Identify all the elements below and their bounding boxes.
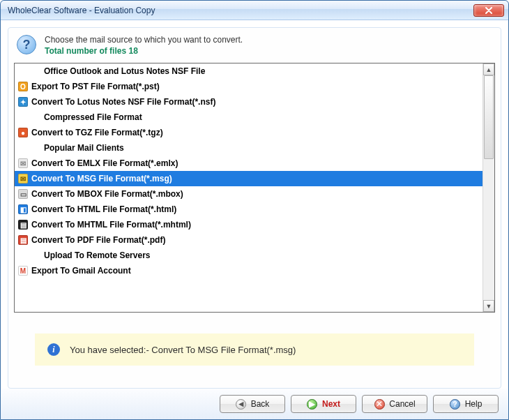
nsf-icon: ✦ <box>17 96 29 107</box>
main-panel: ? Choose the mail source to which you wa… <box>8 27 501 389</box>
back-icon: ◄ <box>236 398 247 410</box>
client-area: ? Choose the mail source to which you wa… <box>1 20 508 419</box>
next-icon: ▶ <box>307 398 318 410</box>
scroll-up-button[interactable]: ▲ <box>483 63 494 75</box>
list-heading: Office Outlook and Lotus Notes NSF File <box>15 63 483 79</box>
list-item-label: Export To Gmail Account <box>31 266 131 276</box>
help-label: Help <box>465 399 483 409</box>
html-icon: ◧ <box>17 204 29 215</box>
list-item[interactable]: ▭Convert To MBOX File Format(*.mbox) <box>15 186 483 202</box>
back-label: Back <box>251 399 270 409</box>
cancel-icon: ✕ <box>374 398 385 410</box>
list-item-label: Convert To PDF File Format(*.pdf) <box>31 235 165 245</box>
cancel-label: Cancel <box>389 399 415 409</box>
cancel-button[interactable]: ✕ Cancel <box>362 395 427 413</box>
pst-icon: O <box>17 81 29 92</box>
gmail-icon: M <box>17 265 29 276</box>
list-item-label: Convert To MBOX File Format(*.mbox) <box>31 189 183 199</box>
list-body: Office Outlook and Lotus Notes NSF FileO… <box>15 63 483 312</box>
list-item[interactable]: ●Convert to TGZ File Format(*.tgz) <box>15 125 483 140</box>
list-item-label: Export To PST File Format(*.pst) <box>31 82 160 91</box>
info-icon: i <box>47 343 60 356</box>
pdf-icon: ▤ <box>17 234 29 246</box>
list-item-label: Convert To Lotus Notes NSF File Format(*… <box>31 97 215 107</box>
close-button[interactable] <box>473 4 504 17</box>
list-item[interactable]: OExport To PST File Format(*.pst) <box>15 79 483 94</box>
footer-bar: ◄ Back ▶ Next ✕ Cancel ? Help <box>1 389 508 419</box>
list-heading: Upload To Remote Servers <box>15 248 483 263</box>
help-icon: ? <box>450 398 461 410</box>
list-item[interactable]: ✦Convert To Lotus Notes NSF File Format(… <box>15 94 483 110</box>
help-button[interactable]: ? Help <box>433 395 499 413</box>
format-listbox[interactable]: Office Outlook and Lotus Notes NSF FileO… <box>14 63 495 313</box>
list-item[interactable]: MExport To Gmail Account <box>15 263 483 278</box>
close-icon <box>485 7 492 14</box>
blank-icon <box>17 112 29 123</box>
file-count-label: Total number of files 18 <box>45 46 243 56</box>
tgz-icon: ● <box>17 127 29 138</box>
list-item-label: Convert To MSG File Format(*.msg) <box>31 174 172 183</box>
scroll-thumb[interactable] <box>484 75 494 159</box>
list-item-label: Popular Mail Clients <box>31 143 124 153</box>
question-icon: ? <box>17 35 36 54</box>
selection-info-text: You have selected:- Convert To MSG File … <box>70 345 296 355</box>
list-item[interactable]: ✉Convert To MSG File Format(*.msg) <box>15 171 483 186</box>
msg-icon: ✉ <box>17 173 29 184</box>
instruction-line1: Choose the mail source to which you want… <box>45 35 243 45</box>
list-item-label: Convert To MHTML File Format(*.mhtml) <box>31 220 191 230</box>
mbox-icon: ▭ <box>17 188 29 200</box>
emlx-icon: ✉ <box>17 158 29 169</box>
mhtml-icon: ▤ <box>17 219 29 230</box>
next-label: Next <box>322 399 340 409</box>
instruction-text: Choose the mail source to which you want… <box>45 35 243 56</box>
blank-icon <box>17 66 29 77</box>
list-item-label: Convert To EMLX File Format(*.emlx) <box>31 158 178 168</box>
scroll-down-button[interactable]: ▼ <box>483 300 494 312</box>
window-title: WholeClear Software - Evaluation Copy <box>8 6 473 15</box>
list-item-label: Compressed File Format <box>31 112 142 122</box>
app-window: WholeClear Software - Evaluation Copy ? … <box>0 0 509 420</box>
titlebar: WholeClear Software - Evaluation Copy <box>1 1 508 20</box>
selection-info: i You have selected:- Convert To MSG Fil… <box>35 333 474 366</box>
list-item-label: Convert To HTML File Format(*.html) <box>31 204 176 214</box>
list-item-label: Convert to TGZ File Format(*.tgz) <box>31 128 163 137</box>
list-item-label: Office Outlook and Lotus Notes NSF File <box>31 66 205 76</box>
list-item[interactable]: ✉Convert To EMLX File Format(*.emlx) <box>15 156 483 171</box>
next-button[interactable]: ▶ Next <box>291 395 356 413</box>
list-item-label: Upload To Remote Servers <box>31 250 150 260</box>
instruction-header: ? Choose the mail source to which you wa… <box>14 33 495 63</box>
scroll-track[interactable] <box>483 75 494 300</box>
list-heading: Popular Mail Clients <box>15 140 483 156</box>
back-button[interactable]: ◄ Back <box>220 395 285 413</box>
blank-icon <box>17 250 29 261</box>
list-heading: Compressed File Format <box>15 110 483 125</box>
blank-icon <box>17 142 29 153</box>
list-item[interactable]: ▤Convert To PDF File Format(*.pdf) <box>15 232 483 248</box>
list-item[interactable]: ▤Convert To MHTML File Format(*.mhtml) <box>15 217 483 232</box>
scrollbar[interactable]: ▲ ▼ <box>483 63 494 312</box>
list-item[interactable]: ◧Convert To HTML File Format(*.html) <box>15 202 483 217</box>
